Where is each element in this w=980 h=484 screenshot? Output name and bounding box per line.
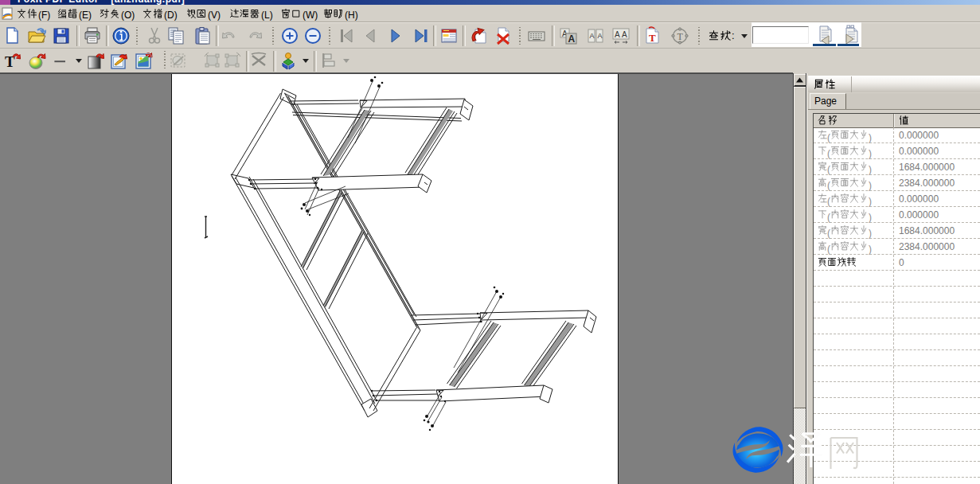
svg-text:A: A: [590, 32, 595, 40]
svg-text:T: T: [649, 32, 656, 44]
svg-text:A: A: [598, 32, 603, 40]
svg-text:A: A: [622, 30, 627, 39]
svg-text:A: A: [568, 33, 576, 45]
svg-text:T: T: [677, 31, 684, 42]
svg-text:A: A: [615, 30, 620, 39]
